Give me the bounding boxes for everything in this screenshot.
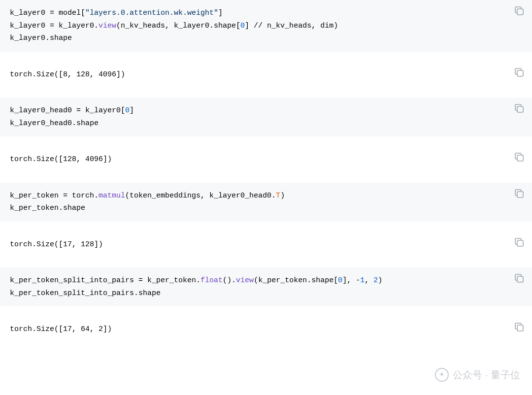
copy-icon[interactable]: [513, 5, 525, 17]
code-cell: k_layer0 = model["layers.0.attention.wk.…: [0, 0, 532, 52]
copy-icon[interactable]: [513, 272, 525, 284]
code-cell: k_per_token_split_into_pairs = k_per_tok…: [0, 267, 532, 306]
copy-icon[interactable]: [513, 66, 525, 78]
code-cell: k_per_token = torch.matmul(token_embeddi…: [0, 183, 532, 222]
code-cell: k_layer0_head0 = k_layer0[0] k_layer0_he…: [0, 98, 532, 136]
svg-rect-3: [517, 155, 523, 161]
copy-icon[interactable]: [513, 236, 525, 248]
output-cell: torch.Size([128, 4096]): [0, 146, 532, 173]
output-content: torch.Size([17, 128]): [10, 238, 522, 251]
svg-rect-5: [517, 240, 523, 246]
output-content: torch.Size([128, 4096]): [10, 153, 522, 166]
svg-rect-0: [517, 9, 523, 15]
code-content: k_layer0_head0 = k_layer0[0] k_layer0_he…: [10, 104, 522, 130]
code-content: k_layer0 = model["layers.0.attention.wk.…: [10, 7, 522, 45]
copy-icon[interactable]: [513, 102, 525, 114]
output-cell: torch.Size([17, 128]): [0, 231, 532, 258]
copy-icon[interactable]: [513, 151, 525, 163]
output-cell: torch.Size([8, 128, 4096]): [0, 62, 532, 88]
copy-icon[interactable]: [513, 188, 525, 199]
code-content: k_per_token_split_into_pairs = k_per_tok…: [10, 274, 522, 299]
output-content: torch.Size([17, 64, 2]): [10, 323, 522, 336]
code-content: k_per_token = torch.matmul(token_embeddi…: [10, 190, 522, 215]
svg-rect-1: [517, 70, 523, 76]
copy-icon[interactable]: [513, 321, 525, 333]
svg-rect-7: [517, 325, 523, 331]
output-content: torch.Size([8, 128, 4096]): [10, 68, 522, 81]
svg-rect-2: [517, 106, 523, 112]
output-cell: torch.Size([17, 64, 2]): [0, 316, 532, 343]
svg-rect-4: [517, 192, 523, 198]
svg-rect-6: [517, 276, 523, 282]
